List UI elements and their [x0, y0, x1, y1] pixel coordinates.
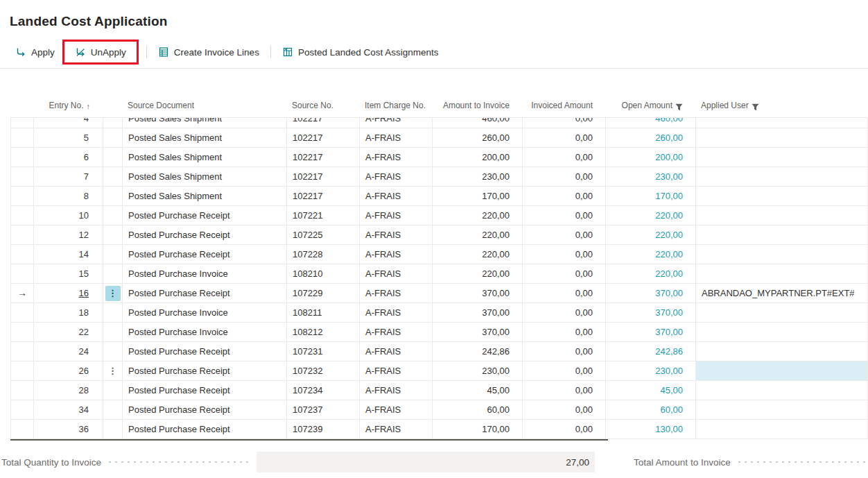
source-no-cell[interactable]: 102217 — [287, 128, 360, 148]
open-amount-cell[interactable]: 260,00 — [606, 128, 696, 148]
invoiced-amount-cell[interactable]: 0,00 — [523, 128, 606, 148]
item-charge-no-cell[interactable]: A-FRAIS — [360, 381, 433, 400]
row-selector-cell[interactable] — [11, 128, 34, 148]
applied-user-cell[interactable] — [696, 342, 868, 361]
open-amount-cell[interactable]: 60,00 — [606, 400, 696, 420]
source-document-cell[interactable]: Posted Sales Shipment — [123, 167, 287, 187]
applied-user-cell[interactable] — [696, 420, 868, 439]
open-amount-cell[interactable]: 200,00 — [606, 148, 696, 167]
applied-user-cell[interactable] — [696, 264, 868, 284]
invoiced-amount-cell[interactable]: 0,00 — [523, 118, 606, 128]
source-no-cell[interactable]: 107228 — [287, 245, 360, 264]
source-no-cell[interactable]: 108212 — [287, 323, 360, 342]
source-no-cell[interactable]: 102217 — [287, 148, 360, 167]
source-no-cell[interactable]: 107231 — [287, 342, 360, 361]
row-selector-cell[interactable] — [11, 400, 34, 420]
item-charge-no-cell[interactable]: A-FRAIS — [360, 342, 433, 361]
row-menu-cell[interactable] — [103, 245, 123, 264]
table-row[interactable]: 7Posted Sales Shipment102217A-FRAIS230,0… — [11, 167, 868, 187]
table-row[interactable]: 6Posted Sales Shipment102217A-FRAIS200,0… — [11, 148, 868, 167]
applied-user-cell[interactable] — [696, 303, 868, 323]
invoiced-amount-cell[interactable]: 0,00 — [523, 361, 606, 381]
item-charge-no-cell[interactable]: A-FRAIS — [360, 400, 433, 420]
invoiced-amount-cell[interactable]: 0,00 — [523, 420, 606, 439]
source-document-cell[interactable]: Posted Purchase Receipt — [123, 381, 287, 400]
source-document-cell[interactable]: Posted Purchase Receipt — [123, 284, 287, 303]
amount-to-invoice-cell[interactable]: 370,00 — [433, 284, 523, 303]
amount-to-invoice-cell[interactable]: 220,00 — [433, 206, 523, 225]
invoiced-amount-cell[interactable]: 0,00 — [523, 342, 606, 361]
source-no-cell[interactable]: 102217 — [287, 187, 360, 206]
row-menu-cell[interactable]: ⋮ — [103, 284, 123, 303]
amount-to-invoice-cell[interactable]: 170,00 — [433, 420, 523, 439]
open-amount-cell[interactable]: 220,00 — [606, 225, 696, 245]
column-header-amount-to-invoice[interactable]: Amount to Invoice — [432, 101, 522, 117]
row-context-menu-button[interactable]: ⋮ — [105, 364, 121, 379]
row-selector-cell[interactable] — [11, 264, 34, 284]
source-document-cell[interactable]: Posted Sales Shipment — [123, 128, 287, 148]
entry-no-cell[interactable]: 12 — [34, 225, 103, 245]
source-document-cell[interactable]: Posted Purchase Invoice — [123, 264, 287, 284]
source-no-cell[interactable]: 107225 — [287, 225, 360, 245]
open-amount-cell[interactable]: 230,00 — [606, 167, 696, 187]
row-menu-cell[interactable] — [103, 400, 123, 420]
amount-to-invoice-cell[interactable]: 230,00 — [433, 167, 523, 187]
open-amount-cell[interactable]: 460,00 — [606, 118, 696, 128]
row-menu-cell[interactable] — [103, 420, 123, 439]
table-row[interactable]: 4Posted Sales Shipment102217A-FRAIS460,0… — [11, 118, 868, 128]
row-menu-cell[interactable]: ⋮ — [103, 361, 123, 381]
row-selector-cell[interactable] — [11, 118, 34, 128]
source-no-cell[interactable]: 107239 — [287, 420, 360, 439]
table-row[interactable]: 5Posted Sales Shipment102217A-FRAIS260,0… — [11, 128, 868, 148]
applied-user-cell[interactable] — [696, 206, 868, 225]
table-row[interactable]: 26⋮Posted Purchase Receipt107232A-FRAIS2… — [11, 361, 868, 381]
table-row[interactable]: 10Posted Purchase Receipt107221A-FRAIS22… — [11, 206, 868, 225]
row-menu-cell[interactable] — [103, 148, 123, 167]
posted-landed-cost-assignments-button[interactable]: Posted Landed Cost Assignments — [277, 44, 444, 60]
row-menu-cell[interactable] — [103, 206, 123, 225]
source-no-cell[interactable]: 102217 — [287, 118, 360, 128]
applied-user-cell[interactable] — [696, 148, 868, 167]
table-row[interactable]: 34Posted Purchase Receipt107237A-FRAIS60… — [11, 400, 868, 420]
amount-to-invoice-cell[interactable]: 45,00 — [433, 381, 523, 400]
source-no-cell[interactable]: 107221 — [287, 206, 360, 225]
open-amount-cell[interactable]: 45,00 — [606, 381, 696, 400]
item-charge-no-cell[interactable]: A-FRAIS — [360, 225, 433, 245]
amount-to-invoice-cell[interactable]: 170,00 — [433, 187, 523, 206]
column-header-invoiced-amount[interactable]: Invoiced Amount — [522, 101, 605, 117]
item-charge-no-cell[interactable]: A-FRAIS — [360, 361, 433, 381]
item-charge-no-cell[interactable]: A-FRAIS — [360, 323, 433, 342]
table-row[interactable]: →16⋮Posted Purchase Receipt107229A-FRAIS… — [11, 284, 868, 303]
amount-to-invoice-cell[interactable]: 242,86 — [433, 342, 523, 361]
entry-no-cell[interactable]: 34 — [34, 400, 103, 420]
invoiced-amount-cell[interactable]: 0,00 — [523, 323, 606, 342]
row-selector-cell[interactable] — [11, 167, 34, 187]
open-amount-cell[interactable]: 220,00 — [606, 245, 696, 264]
amount-to-invoice-cell[interactable]: 220,00 — [433, 225, 523, 245]
source-document-cell[interactable]: Posted Sales Shipment — [123, 118, 287, 128]
table-row[interactable]: 22Posted Purchase Invoice108212A-FRAIS37… — [11, 323, 868, 342]
item-charge-no-cell[interactable]: A-FRAIS — [360, 167, 433, 187]
table-row[interactable]: 12Posted Purchase Receipt107225A-FRAIS22… — [11, 225, 868, 245]
open-amount-cell[interactable]: 370,00 — [606, 323, 696, 342]
item-charge-no-cell[interactable]: A-FRAIS — [360, 206, 433, 225]
open-amount-cell[interactable]: 130,00 — [606, 420, 696, 439]
column-header-source-no[interactable]: Source No. — [286, 101, 359, 117]
source-document-cell[interactable]: Posted Purchase Receipt — [123, 342, 287, 361]
source-document-cell[interactable]: Posted Purchase Invoice — [123, 323, 287, 342]
source-document-cell[interactable]: Posted Purchase Receipt — [123, 420, 287, 439]
row-menu-cell[interactable] — [103, 128, 123, 148]
item-charge-no-cell[interactable]: A-FRAIS — [360, 245, 433, 264]
row-selector-cell[interactable] — [11, 206, 34, 225]
column-header-open-amount[interactable]: Open Amount — [605, 101, 695, 117]
entry-no-cell[interactable]: 24 — [34, 342, 103, 361]
applied-user-cell[interactable] — [696, 245, 868, 264]
table-row[interactable]: 15Posted Purchase Invoice108210A-FRAIS22… — [11, 264, 868, 284]
table-row[interactable]: 24Posted Purchase Receipt107231A-FRAIS24… — [11, 342, 868, 361]
row-selector-cell[interactable] — [11, 323, 34, 342]
row-menu-cell[interactable] — [103, 323, 123, 342]
open-amount-cell[interactable]: 220,00 — [606, 264, 696, 284]
source-document-cell[interactable]: Posted Purchase Receipt — [123, 225, 287, 245]
source-document-cell[interactable]: Posted Sales Shipment — [123, 148, 287, 167]
open-amount-cell[interactable]: 170,00 — [606, 187, 696, 206]
